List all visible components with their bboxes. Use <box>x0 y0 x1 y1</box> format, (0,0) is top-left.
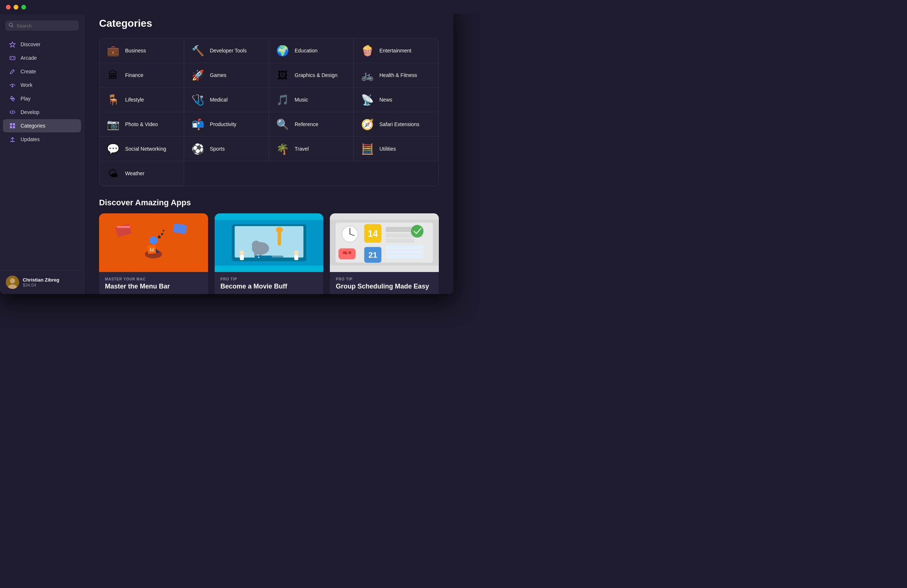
svg-point-68 <box>349 251 351 254</box>
category-label-medical: Medical <box>210 97 228 103</box>
category-label-graphics-design: Graphics & Design <box>295 72 338 78</box>
svg-rect-25 <box>117 226 130 228</box>
svg-point-31 <box>158 235 161 238</box>
sidebar-item-categories[interactable]: Categories <box>3 119 81 132</box>
search-box[interactable] <box>5 21 79 31</box>
category-label-reference: Reference <box>295 121 319 127</box>
sidebar-item-create[interactable]: Create <box>3 65 81 78</box>
category-weather[interactable]: 🌤 Weather <box>99 161 184 186</box>
category-icon-sports: ⚽ <box>191 142 205 156</box>
discover-card-group-scheduling[interactable]: 14 21 PRO TIP Group Scheduling Made Easy… <box>330 213 439 294</box>
category-lifestyle[interactable]: 🪑 Lifestyle <box>99 88 184 112</box>
category-developer-tools[interactable]: 🔨 Developer Tools <box>184 38 269 63</box>
sidebar-item-label: Develop <box>21 109 39 115</box>
sidebar-item-arcade[interactable]: Arcade <box>3 51 81 64</box>
category-label-games: Games <box>210 72 226 78</box>
svg-point-21 <box>10 278 15 283</box>
svg-text:21: 21 <box>369 250 377 260</box>
category-photo-video[interactable]: 📷 Photo & Video <box>99 112 184 137</box>
category-label-utilities: Utilities <box>380 146 396 152</box>
user-profile[interactable]: Christian Zibreg $34.04 <box>0 270 84 294</box>
svg-rect-61 <box>386 239 415 243</box>
category-label-social-networking: Social Networking <box>125 146 166 152</box>
svg-point-33 <box>163 230 164 232</box>
sidebar-item-label: Arcade <box>21 55 37 61</box>
sidebar-item-develop[interactable]: Develop <box>3 105 81 119</box>
category-utilities[interactable]: 🧮 Utilities <box>354 137 439 161</box>
category-medical[interactable]: 🩺 Medical <box>184 88 269 112</box>
category-icon-graphics-design: 🖼 <box>276 68 290 82</box>
nav-list: Discover Arcade Create Work Play Develop… <box>0 37 84 146</box>
category-icon-weather: 🌤 <box>106 166 120 181</box>
category-education[interactable]: 🌍 Education <box>269 38 354 63</box>
category-safari-extensions[interactable]: 🧭 Safari Extensions <box>354 112 439 137</box>
category-label-entertainment: Entertainment <box>380 48 411 54</box>
svg-rect-47 <box>240 255 244 260</box>
category-icon-games: 🚀 <box>191 68 205 82</box>
category-label-education: Education <box>295 48 317 54</box>
category-business[interactable]: 💼 Business <box>99 38 184 63</box>
develop-icon <box>9 109 16 116</box>
card-image-movie-buff <box>215 213 324 272</box>
sidebar-item-updates[interactable]: Updates <box>3 133 81 146</box>
sidebar-item-label: Play <box>21 96 30 102</box>
category-health-fitness[interactable]: 🚲 Health & Fitness <box>354 63 439 88</box>
svg-point-46 <box>240 250 244 255</box>
category-label-photo-video: Photo & Video <box>125 121 158 127</box>
discover-card-master-menu-bar[interactable]: 12 MASTER YOUR MAC Master the Menu Bar B… <box>99 213 208 294</box>
discover-card-movie-buff[interactable]: PRO TIP Become a Movie Buff Turn on the … <box>215 213 324 294</box>
svg-rect-16 <box>13 123 15 125</box>
category-icon-lifestyle: 🪑 <box>106 93 120 107</box>
category-reference[interactable]: 🔍 Reference <box>269 112 354 137</box>
svg-line-1 <box>12 26 13 27</box>
category-icon-photo-video: 📷 <box>106 117 120 131</box>
category-entertainment[interactable]: 🍿 Entertainment <box>354 38 439 63</box>
svg-rect-64 <box>386 255 423 258</box>
sidebar-item-play[interactable]: Play <box>3 92 81 105</box>
category-label-safari-extensions: Safari Extensions <box>380 121 419 127</box>
category-icon-education: 🌍 <box>276 44 290 58</box>
svg-point-28 <box>149 236 157 244</box>
category-icon-music: 🎵 <box>276 93 290 107</box>
discover-grid: 12 MASTER YOUR MAC Master the Menu Bar B… <box>99 213 439 294</box>
category-icon-health-fitness: 🚲 <box>360 68 374 82</box>
category-games[interactable]: 🚀 Games <box>184 63 269 88</box>
category-finance[interactable]: 🏛 Finance <box>99 63 184 88</box>
category-graphics-design[interactable]: 🖼 Graphics & Design <box>269 63 354 88</box>
svg-rect-70 <box>344 252 348 254</box>
card-title-movie-buff: Become a Movie Buff <box>221 283 318 290</box>
category-icon-news: 📡 <box>360 93 374 107</box>
search-icon <box>9 23 14 29</box>
svg-point-40 <box>252 241 260 249</box>
sidebar-item-discover[interactable]: Discover <box>3 38 81 51</box>
svg-marker-2 <box>10 42 15 47</box>
sidebar-item-label: Create <box>21 69 36 74</box>
maximize-button[interactable] <box>21 5 26 10</box>
category-sports[interactable]: ⚽ Sports <box>184 137 269 161</box>
svg-rect-19 <box>10 141 15 142</box>
category-travel[interactable]: 🌴 Travel <box>269 137 354 161</box>
work-icon <box>9 81 16 89</box>
category-icon-finance: 🏛 <box>106 68 120 82</box>
category-label-travel: Travel <box>295 146 309 152</box>
card-tag-group-scheduling: PRO TIP <box>336 277 433 281</box>
svg-text:14: 14 <box>368 228 378 239</box>
svg-rect-15 <box>10 123 12 125</box>
card-body-movie-buff: PRO TIP Become a Movie Buff Turn on the … <box>215 272 324 294</box>
sidebar-item-work[interactable]: Work <box>3 78 81 92</box>
discover-section-title: Discover Amazing Apps <box>99 198 439 208</box>
svg-rect-17 <box>10 126 12 128</box>
create-icon <box>9 68 16 75</box>
category-social-networking[interactable]: 💬 Social Networking <box>99 137 184 161</box>
card-tag-master-menu-bar: MASTER YOUR MAC <box>105 277 202 281</box>
sidebar-item-label: Categories <box>21 123 45 129</box>
category-news[interactable]: 📡 News <box>354 88 439 112</box>
svg-rect-44 <box>255 256 272 258</box>
category-productivity[interactable]: 📬 Productivity <box>184 112 269 137</box>
minimize-button[interactable] <box>14 5 18 10</box>
category-icon-safari-extensions: 🧭 <box>360 117 374 131</box>
search-input[interactable] <box>16 23 75 29</box>
category-music[interactable]: 🎵 Music <box>269 88 354 112</box>
svg-rect-3 <box>10 56 15 60</box>
close-button[interactable] <box>6 5 11 10</box>
